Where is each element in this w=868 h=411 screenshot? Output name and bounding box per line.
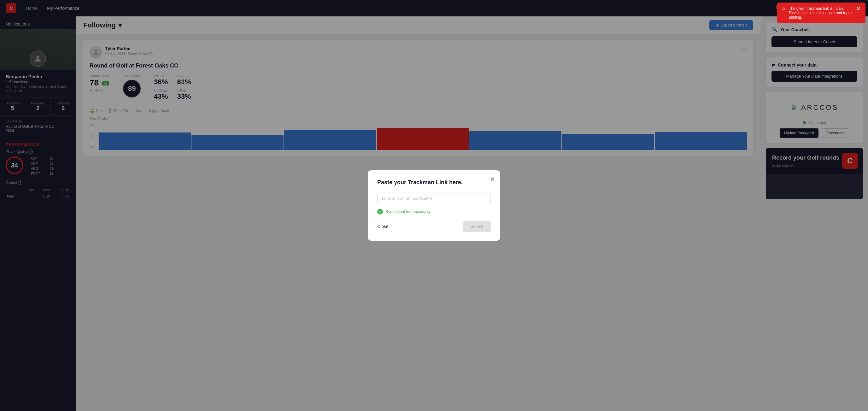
modal-footer: Close Submit [377,221,491,232]
error-toast: ⚠ The given trackman link is invalid. Pl… [777,2,866,23]
success-check-icon: ✓ [377,209,383,215]
warning-icon: ⚠ [782,6,786,11]
trackman-modal: Paste your Trackman Link here. ✕ ✓ Repor… [368,170,500,241]
trackman-link-input[interactable] [377,192,491,205]
modal-overlay[interactable]: Paste your Trackman Link here. ✕ ✓ Repor… [0,0,868,411]
modal-close-button[interactable]: Close [377,224,389,229]
error-toast-message: The given trackman link is invalid. Plea… [789,6,853,20]
modal-title: Paste your Trackman Link here. [377,179,491,186]
modal-close-icon-button[interactable]: ✕ [490,176,495,183]
error-toast-close-button[interactable]: ✕ [856,6,861,11]
modal-submit-button[interactable]: Submit [463,221,491,232]
modal-success-message: ✓ Report sent for processing [377,209,491,215]
